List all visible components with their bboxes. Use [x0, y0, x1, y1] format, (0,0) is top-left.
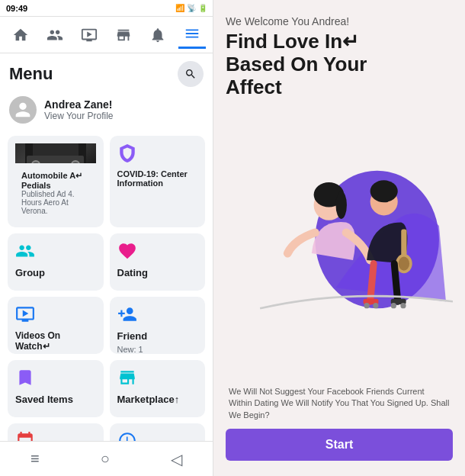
videos-icon	[15, 304, 96, 327]
dating-label: Dating	[117, 267, 198, 278]
menu-item-remember[interactable]: Remember New: 1	[110, 423, 206, 441]
friend-sub: New: 1	[117, 345, 198, 354]
menu-search-button[interactable]	[178, 61, 204, 87]
marketplace-label: Marketplace↑	[117, 394, 198, 405]
status-bar: 09:49 📶 📡 🔋	[0, 0, 213, 17]
group-label: Group	[15, 267, 96, 278]
menu-item-videos[interactable]: Videos On Watch↵	[8, 297, 104, 354]
bottom-nav-back[interactable]: ◁	[171, 450, 182, 468]
nav-people[interactable]	[41, 21, 69, 49]
automobile-content: Automobile A↵ Pedials Published Ad 4. Ho…	[15, 166, 96, 220]
wifi-icon: 📶	[175, 4, 184, 12]
menu-item-automobile[interactable]: Automobile A↵ Pedials Published Ad 4. Ho…	[8, 136, 104, 227]
nav-menu[interactable]	[178, 21, 206, 49]
covid-icon	[117, 143, 198, 166]
signal-icon: 📡	[187, 4, 196, 12]
status-time: 09:49	[6, 4, 27, 13]
svg-point-13	[391, 303, 396, 308]
automobile-sub: Published Ad 4. Hours Aero At Verona.	[21, 190, 90, 215]
menu-item-group[interactable]: Group	[8, 233, 104, 291]
dating-headline-2: Based On Your	[226, 53, 367, 76]
svg-point-8	[399, 256, 409, 270]
dating-illustration-area	[226, 101, 453, 378]
svg-point-3	[335, 191, 346, 219]
menu-item-friend[interactable]: Friend New: 1	[110, 297, 206, 354]
nav-store[interactable]	[110, 21, 137, 49]
menu-grid: Automobile A↵ Pedials Published Ad 4. Ho…	[0, 131, 213, 441]
saved-label: Saved Items	[15, 394, 96, 405]
top-nav	[0, 17, 213, 53]
dating-welcome: We Welcome You Andrea!	[226, 15, 453, 27]
menu-header: Menu	[0, 53, 213, 92]
svg-point-12	[373, 303, 378, 308]
dating-panel: We Welcome You Andrea! Find Love In↵ Bas…	[213, 0, 465, 476]
svg-point-11	[364, 303, 370, 308]
dating-icon	[117, 241, 198, 264]
bottom-nav-menu[interactable]: ≡	[30, 450, 40, 468]
remember-icon	[117, 431, 198, 441]
friend-label: Friend	[117, 330, 198, 342]
friend-icon	[117, 304, 198, 327]
menu-item-dating[interactable]: Dating	[110, 233, 206, 291]
profile-view-link[interactable]: View Your Profile	[44, 111, 114, 121]
dating-disclaimer: We Will Not Suggest Your Facebook Friend…	[226, 386, 453, 421]
profile-info: Andrea Zane! View Your Profile	[44, 98, 114, 121]
covid-label: COVID-19: Center Information	[117, 169, 198, 188]
dating-headline-3: Affect	[226, 76, 282, 98]
svg-point-5	[370, 180, 398, 202]
menu-title: Menu	[9, 64, 53, 84]
dating-start-button[interactable]: Start	[226, 429, 453, 461]
battery-icon: 🔋	[198, 4, 207, 12]
nav-home[interactable]	[7, 21, 34, 49]
dating-content: We Welcome You Andrea! Find Love In↵ Bas…	[213, 0, 465, 476]
videos-label: Videos On Watch↵	[15, 330, 96, 352]
dating-svg-illustration	[226, 163, 453, 316]
menu-item-event[interactable]: Event	[8, 423, 104, 441]
menu-item-covid[interactable]: COVID-19: Center Information	[110, 136, 206, 227]
svg-point-14	[400, 303, 406, 308]
avatar	[9, 96, 37, 124]
status-icons: 📶 📡 🔋	[175, 4, 207, 12]
saved-icon	[15, 368, 96, 391]
bottom-nav-home[interactable]: ○	[101, 450, 110, 468]
automobile-label: Automobile A↵ Pedials	[21, 171, 90, 190]
profile-section[interactable]: Andrea Zane! View Your Profile	[0, 92, 213, 131]
event-icon	[15, 431, 96, 441]
bottom-nav: ≡ ○ ◁	[0, 441, 213, 476]
profile-name: Andrea Zane!	[44, 98, 114, 111]
automobile-image	[15, 143, 96, 163]
dating-headline-1: Find Love In↵	[226, 30, 359, 53]
menu-item-saved[interactable]: Saved Items	[8, 360, 104, 417]
dating-headline: Find Love In↵ Based On Your Affect	[226, 31, 453, 99]
group-icon	[15, 241, 96, 264]
nav-video[interactable]	[75, 21, 103, 49]
menu-item-marketplace[interactable]: Marketplace↑	[110, 360, 206, 417]
nav-bell[interactable]	[144, 21, 172, 49]
marketplace-icon	[117, 368, 198, 391]
